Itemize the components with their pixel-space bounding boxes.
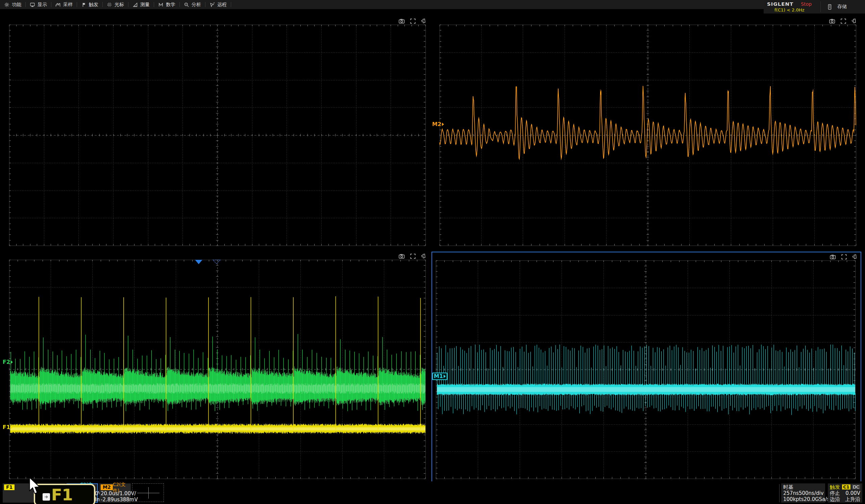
acquire-icon [55, 2, 61, 8]
panel-toolbar [830, 254, 857, 259]
trigger-coupling-badge: DC [852, 484, 860, 490]
menu-divider [231, 2, 231, 7]
waveform-grid-bottom-right[interactable] [432, 252, 859, 480]
run-state[interactable]: Stop [801, 1, 811, 7]
trigger-level: 0.00V [845, 490, 860, 496]
fullscreen-icon[interactable] [410, 254, 416, 259]
channel-indicator-f2-label: F2 [3, 359, 10, 365]
display-icon [30, 2, 35, 8]
panel-toolbar [829, 19, 856, 24]
header-status-block: SIGLENT Stop f(C1) < 2.0Hz 存储 [764, 0, 865, 13]
trigger-state: 停止 [830, 490, 840, 496]
time-scale-m2: 20.0us/ [101, 491, 119, 496]
menu-cursor[interactable]: 光标 [103, 0, 128, 9]
menu-acquire[interactable]: 采样 [51, 0, 77, 9]
timebase-delay: 257ns [783, 490, 799, 496]
camera-icon[interactable] [399, 19, 405, 24]
trigger-title: 触发 [830, 484, 840, 490]
camera-icon[interactable] [830, 254, 836, 259]
fullscreen-icon[interactable] [841, 19, 846, 24]
trigger-delay-marker[interactable] [212, 259, 221, 265]
channel-badge-f1: F1 [4, 484, 14, 490]
menu-analysis[interactable]: 分析 [180, 0, 205, 9]
statusbar-separator [779, 484, 780, 502]
menu-function-label: 功能 [12, 2, 21, 8]
panel-toolbar [399, 19, 426, 24]
grid-panel-top-right[interactable] [436, 16, 860, 247]
menu-display-label: 显示 [37, 2, 47, 8]
oscilloscope-screen: { "header": { "menus": [ {"label": "功能"}… [0, 0, 865, 504]
time-delay-m2: -2.89us [101, 496, 119, 503]
menu-analysis-label: 分析 [192, 2, 201, 8]
menu-trigger[interactable]: 触发 [77, 0, 102, 9]
trigger-panel[interactable]: 触发 C1 DC 停止0.00V 边沿上升沿 [828, 483, 862, 503]
menu-math[interactable]: 数学 [154, 0, 180, 9]
frequency-counter: f(C1) < 2.0Hz [767, 8, 820, 12]
camera-icon[interactable] [829, 19, 835, 24]
popout-icon[interactable] [852, 19, 856, 24]
menu-function[interactable]: 功能 [0, 0, 25, 9]
waveform-grid-top-right[interactable] [436, 16, 860, 247]
top-menu-bar: 功能 显示 采样 触发 光标 测量 数学 分析 远程 [0, 0, 865, 9]
menu-cursor-label: 光标 [115, 2, 124, 8]
timebase-sample-rate: 20.0GSa/s [804, 496, 830, 502]
timebase-panel[interactable]: 时基 257ns500ns/div 100kpts20.0GSa/s [781, 483, 825, 503]
camera-icon[interactable] [399, 254, 405, 259]
cursor-icon [107, 2, 112, 8]
gear-icon [4, 2, 10, 8]
measure-icon [132, 2, 138, 8]
add-channel-slot[interactable] [132, 483, 164, 502]
popout-icon[interactable] [421, 19, 426, 24]
grid-panel-bottom-left[interactable] [5, 252, 429, 480]
menu-math-label: 数学 [166, 2, 175, 8]
storage-label: 存储 [837, 4, 847, 10]
right-arrow-icon [11, 361, 13, 364]
storage-button[interactable]: 存储 [821, 0, 865, 13]
menu-trigger-label: 触发 [89, 2, 98, 8]
channel-indicator-f2[interactable]: F2 [3, 359, 13, 365]
popout-icon[interactable] [421, 254, 426, 259]
fullscreen-icon[interactable] [410, 19, 416, 24]
menu-acquire-label: 采样 [63, 2, 73, 8]
trigger-flag-icon [81, 2, 86, 8]
menu-measure[interactable]: 测量 [128, 0, 154, 9]
bottom-status-bar: F1 F2 M1+M2 1.00V/ 146mV M1 C2(文件) 20.0u… [0, 481, 865, 504]
right-arrow-icon [443, 375, 446, 378]
trigger-source-badge: C1 [842, 484, 851, 490]
remote-icon [209, 2, 215, 8]
waveform-grid-bottom-left[interactable] [5, 252, 429, 480]
channel-indicator-m1-selected[interactable]: M1 [432, 373, 447, 380]
math-icon [158, 2, 163, 8]
channel-indicator-m2-label: M2 [432, 121, 441, 127]
menu-remote[interactable]: 远程 [205, 0, 231, 9]
drag-ghost-f1[interactable]: F1 [34, 484, 95, 504]
channel-indicator-m2[interactable]: M2 [432, 121, 444, 127]
timebase-title: 时基 [783, 484, 793, 490]
drag-file-icon [43, 493, 50, 501]
right-arrow-icon [11, 426, 13, 429]
trigger-position-marker[interactable] [195, 260, 203, 264]
drag-ghost-label: F1 [51, 486, 73, 504]
channel-indicator-f1[interactable]: F1 [3, 424, 13, 430]
grid-panel-bottom-right-selected[interactable] [431, 252, 861, 482]
menu-measure-label: 测量 [140, 2, 150, 8]
trigger-slope: 上升沿 [845, 496, 860, 502]
channel-descriptor-m2[interactable]: M2 C2(文件) 20.0us/1.00V/ -2.89us388mV [99, 483, 131, 503]
brand-column: SIGLENT Stop f(C1) < 2.0Hz [764, 0, 820, 13]
popout-icon[interactable] [852, 254, 857, 259]
brand-logo: SIGLENT [767, 1, 793, 7]
channel-indicator-f1-label: F1 [3, 424, 10, 430]
timebase-scale: 500ns/div [799, 490, 824, 496]
analysis-icon [184, 2, 189, 8]
waveform-grid-top-left[interactable] [5, 16, 429, 247]
right-arrow-icon [442, 122, 444, 126]
panel-toolbar [399, 254, 426, 259]
grid-panel-top-left[interactable] [5, 16, 429, 247]
plus-icon [148, 487, 149, 499]
trigger-type: 边沿 [830, 496, 840, 502]
fullscreen-icon[interactable] [841, 254, 847, 259]
mouse-cursor [29, 477, 42, 496]
channel-indicator-m1-label: M1 [434, 373, 443, 379]
channel-badge-m2: M2 [101, 484, 113, 490]
menu-display[interactable]: 显示 [26, 0, 51, 9]
